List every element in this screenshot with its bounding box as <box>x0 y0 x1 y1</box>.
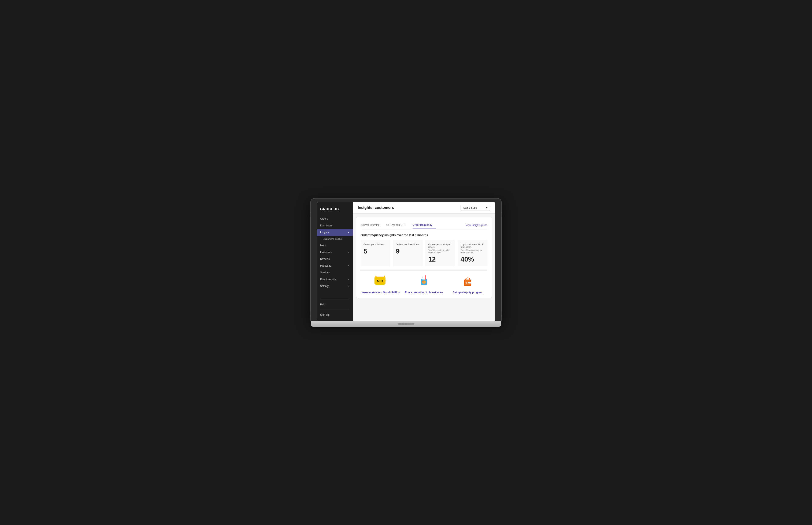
page-title: Insights: customers <box>358 206 394 210</box>
svg-text:✦: ✦ <box>375 276 377 278</box>
bowl-svg-icon <box>417 274 431 288</box>
stat-value: 5 <box>363 247 387 255</box>
promo-icon-gh-plus: GH+ ✦ ✦ ✦ <box>373 274 388 289</box>
laptop-label: MacBook Pro <box>398 322 414 325</box>
stat-card-orders-gh-plus: Orders per GH+ diners 9 <box>393 240 423 266</box>
promo-icon-bowl <box>417 274 431 289</box>
stat-value: 40% <box>460 255 484 263</box>
sidebar-item-label: Sign out <box>320 313 329 316</box>
sidebar-item-help[interactable]: Help <box>317 301 353 308</box>
sidebar-item-reviews[interactable]: Reviews <box>317 256 353 262</box>
store-selector[interactable]: Sam's Subs ▾ <box>460 205 490 211</box>
tab-new-vs-returning[interactable]: New vs returning <box>361 221 383 229</box>
laptop-wrapper: GRUBHUB Orders Dashboard Insights ▲ Cust… <box>311 198 501 327</box>
chevron-down-icon: ▾ <box>348 265 349 267</box>
stat-label: Orders per most loyal diners <box>428 243 452 248</box>
promo-link-gh-plus[interactable]: Learn more about Grubhub Plus <box>361 291 400 294</box>
sidebar-item-label: Insights <box>320 231 329 234</box>
insights-heading: Order frequency insights over the last 3… <box>361 234 487 237</box>
laptop-bezel: GRUBHUB Orders Dashboard Insights ▲ Cust… <box>311 198 501 321</box>
svg-text:GH: GH <box>465 282 468 284</box>
store-selector-value: Sam's Subs <box>463 206 477 209</box>
stat-card-orders-loyal: Orders per most loyal diners Top 10% cus… <box>425 240 455 266</box>
svg-text:✦: ✦ <box>384 276 385 277</box>
sidebar-item-sign-out[interactable]: Sign out <box>317 312 353 318</box>
chevron-down-icon: ▾ <box>348 278 349 280</box>
stat-label: Loyal customers % of total sales <box>460 243 484 248</box>
laptop-base: MacBook Pro <box>311 321 501 327</box>
sidebar-item-services[interactable]: Services <box>317 269 353 276</box>
promo-cards-grid: GH+ ✦ ✦ ✦ Learn more abou <box>361 274 487 294</box>
promo-icon-bag: GH HUB <box>460 274 475 289</box>
laptop-screen: GRUBHUB Orders Dashboard Insights ▲ Cust… <box>317 202 495 321</box>
promo-card-loyalty: GH HUB Set up a loyalty program <box>448 274 487 294</box>
gh-plus-svg-icon: GH+ ✦ ✦ ✦ <box>373 274 388 288</box>
stat-card-loyal-pct: Loyal customers % of total sales Top 10%… <box>457 240 487 266</box>
stat-sublabel: Top 10% customers by order voulme <box>460 249 484 254</box>
sidebar-item-label: Direct website <box>320 278 336 281</box>
sidebar-item-customers-insights[interactable]: Customers insights <box>317 236 353 242</box>
stat-label: Orders per all diners <box>363 243 387 246</box>
stat-value: 9 <box>396 247 420 255</box>
sidebar-item-label: Help <box>320 303 325 306</box>
svg-text:GH+: GH+ <box>377 279 384 283</box>
stat-cards-grid: Orders per all diners 5 Orders per GH+ d… <box>361 240 487 266</box>
promo-card-gh-plus: GH+ ✦ ✦ ✦ Learn more abou <box>361 274 400 294</box>
sidebar: GRUBHUB Orders Dashboard Insights ▲ Cust… <box>317 202 353 321</box>
sidebar-item-insights[interactable]: Insights ▲ <box>317 229 353 236</box>
sidebar-divider-2 <box>320 310 349 310</box>
svg-point-13 <box>422 281 424 282</box>
promo-link-run-promotion[interactable]: Run a promotion to boost sales <box>405 291 443 294</box>
chevron-up-icon: ▲ <box>347 231 349 234</box>
tab-gh-plus-vs-non[interactable]: GH+ vs non GH+ <box>386 221 409 229</box>
svg-text:HUB: HUB <box>468 283 471 284</box>
sidebar-item-label: Financials <box>320 251 331 254</box>
sidebar-item-direct-website[interactable]: Direct website ▾ <box>317 276 353 283</box>
bag-svg-icon: GH HUB <box>460 274 475 289</box>
chevron-down-icon: ▾ <box>348 285 349 287</box>
stat-label: Orders per GH+ diners <box>396 243 420 246</box>
sidebar-item-label: Reviews <box>320 257 330 260</box>
sidebar-logo: GRUBHUB <box>317 206 353 215</box>
sidebar-item-menu[interactable]: Menu <box>317 242 353 249</box>
sidebar-item-dashboard[interactable]: Dashboard <box>317 222 353 229</box>
sidebar-item-orders[interactable]: Orders <box>317 215 353 222</box>
sidebar-item-settings[interactable]: Settings ▾ <box>317 283 353 289</box>
sidebar-item-label: Orders <box>320 217 328 220</box>
promo-card-run-promotion: Run a promotion to boost sales <box>404 274 444 294</box>
section-divider <box>361 270 487 271</box>
sidebar-bottom: Help Sign out <box>317 298 353 321</box>
main-content: Insights: customers Sam's Subs ▾ New vs … <box>353 202 495 321</box>
sidebar-item-label: Services <box>320 271 330 274</box>
sidebar-item-label: Menu <box>320 244 327 247</box>
svg-text:✦: ✦ <box>386 279 386 281</box>
store-selector-chevron: ▾ <box>486 206 487 209</box>
sidebar-nav: Orders Dashboard Insights ▲ Customers in… <box>317 215 353 298</box>
svg-rect-10 <box>425 276 426 280</box>
stat-value: 12 <box>428 255 452 263</box>
sidebar-item-label: Customers insights <box>323 238 343 240</box>
stat-sublabel: Top 10% customers by order voulme <box>428 249 452 254</box>
svg-marker-11 <box>425 275 426 276</box>
svg-point-9 <box>421 278 427 280</box>
chevron-down-icon: ▾ <box>348 251 349 253</box>
sidebar-item-label: Dashboard <box>320 224 333 227</box>
sidebar-item-marketing[interactable]: Marketing ▾ <box>317 262 353 269</box>
tab-order-frequency[interactable]: Order frequency <box>412 221 436 229</box>
sidebar-item-label: Marketing <box>320 264 331 267</box>
promo-link-loyalty[interactable]: Set up a loyalty program <box>453 291 483 294</box>
content-area: New vs returning GH+ vs non GH+ Order fr… <box>353 213 495 321</box>
view-insights-guide-link[interactable]: View insights guide <box>466 224 487 227</box>
sidebar-item-label: Settings <box>320 285 329 288</box>
stat-card-orders-all: Orders per all diners 5 <box>361 240 390 266</box>
sidebar-item-financials[interactable]: Financials ▾ <box>317 249 353 256</box>
svg-point-14 <box>424 282 425 283</box>
tabs-container: New vs returning GH+ vs non GH+ Order fr… <box>361 221 487 229</box>
main-card: New vs returning GH+ vs non GH+ Order fr… <box>356 217 492 298</box>
top-bar: Insights: customers Sam's Subs ▾ <box>353 202 495 213</box>
